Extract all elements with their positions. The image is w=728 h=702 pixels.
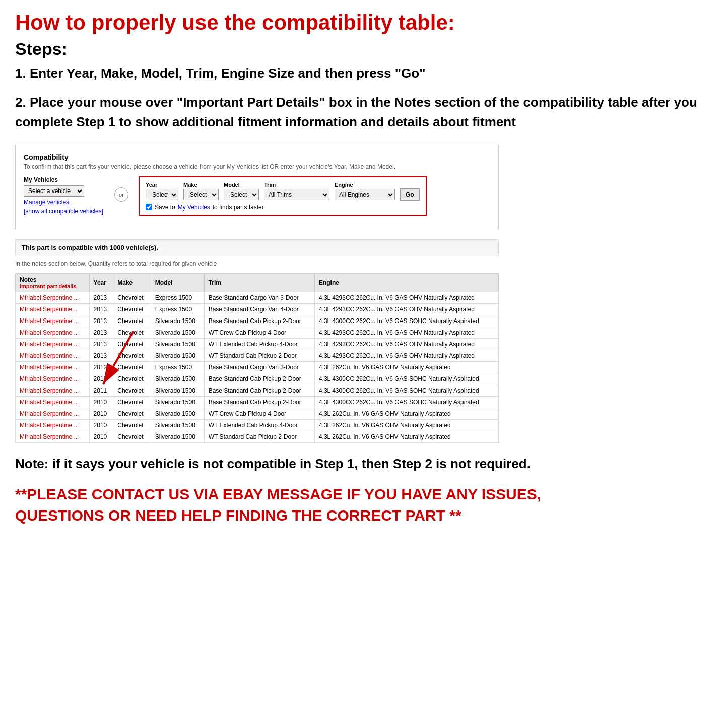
make-cell: Chevrolet: [113, 327, 151, 338]
save-suffix: to finds parts faster: [213, 204, 264, 211]
col-header-model: Model: [151, 273, 204, 292]
manage-vehicles-link[interactable]: Manage vehicles: [24, 199, 104, 206]
engine-cell: 4.3L 4293CC 262Cu. In. V6 GAS OHV Natura…: [314, 292, 498, 303]
compatibility-title: Compatibility: [24, 153, 490, 161]
table-row: Mfrlabel:Serpentine ...2010ChevroletSilv…: [16, 396, 499, 408]
trim-cell: WT Crew Cab Pickup 4-Door: [204, 408, 314, 419]
make-cell: Chevrolet: [113, 350, 151, 361]
trim-cell: WT Standard Cab Pickup 2-Door: [204, 431, 314, 442]
model-cell: Silverado 1500: [151, 396, 204, 408]
engine-cell: 4.3L 262Cu. In. V6 GAS OHV Naturally Asp…: [314, 361, 498, 373]
compatibility-section: Compatibility To confirm that this part …: [15, 145, 499, 229]
notes-cell: Mfrlabel:Serpentine ...: [16, 338, 90, 350]
trim-select[interactable]: All Trims: [264, 189, 329, 200]
engine-cell: 4.3L 4300CC 262Cu. In. V6 GAS SOHC Natur…: [314, 315, 498, 327]
trim-label: Trim: [264, 182, 329, 188]
note-text: Note: if it says your vehicle is not com…: [15, 454, 569, 474]
model-select[interactable]: -Select-: [224, 189, 259, 200]
col-header-make: Make: [113, 273, 151, 292]
trim-cell: Base Standard Cargo Van 3-Door: [204, 292, 314, 303]
year-label: Year: [146, 182, 178, 188]
notes-cell: Mfrlabel:Serpentine ...: [16, 327, 90, 338]
model-cell: Silverado 1500: [151, 419, 204, 431]
trim-cell: Base Standard Cargo Van 3-Door: [204, 361, 314, 373]
make-field: Make -Select-: [183, 182, 219, 200]
trim-cell: Base Standard Cargo Van 4-Door: [204, 303, 314, 315]
notes-cell: Mfrlabel:Serpentine ...: [16, 315, 90, 327]
notes-cell: Mfrlabel:Serpentine ...: [16, 385, 90, 396]
make-cell: Chevrolet: [113, 303, 151, 315]
make-cell: Chevrolet: [113, 361, 151, 373]
compatible-banner: This part is compatible with 1000 vehicl…: [15, 239, 499, 256]
model-cell: Silverado 1500: [151, 431, 204, 442]
trim-cell: Base Standard Cab Pickup 2-Door: [204, 315, 314, 327]
year-cell: 2010: [89, 419, 113, 431]
year-field: Year -Select-: [146, 182, 178, 200]
year-cell: 2010: [89, 408, 113, 419]
engine-field: Engine All Engines: [335, 182, 395, 200]
col-header-engine: Engine: [314, 273, 498, 292]
col-header-year: Year: [89, 273, 113, 292]
engine-cell: 4.3L 4300CC 262Cu. In. V6 GAS SOHC Natur…: [314, 385, 498, 396]
table-row: Mfrlabel:Serpentine ...2010ChevroletSilv…: [16, 431, 499, 442]
model-field: Model -Select-: [224, 182, 259, 200]
notes-cell: Mfrlabel:Serpentine ...: [16, 361, 90, 373]
model-cell: Silverado 1500: [151, 373, 204, 385]
table-row: Mfrlabel:Serpentine ...2013ChevroletSilv…: [16, 350, 499, 361]
engine-select[interactable]: All Engines: [335, 189, 395, 200]
table-row: Mfrlabel:Serpentine ...2012ChevroletSilv…: [16, 373, 499, 385]
my-vehicles-section: My Vehicles Select a vehicle Manage vehi…: [24, 176, 104, 215]
year-select[interactable]: -Select-: [146, 189, 178, 200]
quantity-note: In the notes section below, Quantity ref…: [15, 260, 713, 267]
my-vehicles-link[interactable]: My Vehicles: [178, 204, 210, 211]
year-cell: 2013: [89, 303, 113, 315]
important-part-details-label: Important part details: [20, 283, 85, 289]
make-cell: Chevrolet: [113, 292, 151, 303]
vehicle-select-wrapper: Select a vehicle: [24, 185, 104, 197]
steps-heading: Steps:: [15, 39, 713, 59]
table-row: Mfrlabel:Serpentine ...2010ChevroletSilv…: [16, 419, 499, 431]
make-label: Make: [183, 182, 219, 188]
notes-cell: Mfrlabel:Serpentine ...: [16, 408, 90, 419]
save-text: Save to: [155, 204, 175, 211]
notes-cell: Mfrlabel:Serpentine...: [16, 303, 90, 315]
year-cell: 2012: [89, 373, 113, 385]
model-cell: Silverado 1500: [151, 338, 204, 350]
model-cell: Express 1500: [151, 292, 204, 303]
year-cell: 2012: [89, 361, 113, 373]
notes-cell: Mfrlabel:Serpentine ...: [16, 292, 90, 303]
table-row: Mfrlabel:Serpentine ...2013ChevroletExpr…: [16, 292, 499, 303]
engine-cell: 4.3L 262Cu. In. V6 GAS OHV Naturally Asp…: [314, 408, 498, 419]
trim-cell: WT Extended Cab Pickup 4-Door: [204, 338, 314, 350]
notes-cell: Mfrlabel:Serpentine ...: [16, 350, 90, 361]
step1-text: 1. Enter Year, Make, Model, Trim, Engine…: [15, 64, 713, 82]
or-divider: or: [114, 187, 128, 202]
notes-cell: Mfrlabel:Serpentine ...: [16, 373, 90, 385]
show-all-link[interactable]: [show all compatible vehicles]: [24, 208, 104, 215]
engine-cell: 4.3L 4293CC 262Cu. In. V6 GAS OHV Natura…: [314, 327, 498, 338]
model-cell: Express 1500: [151, 361, 204, 373]
trim-cell: WT Crew Cab Pickup 4-Door: [204, 327, 314, 338]
go-button[interactable]: Go: [400, 188, 420, 201]
table-row: Mfrlabel:Serpentine ...2010ChevroletSilv…: [16, 408, 499, 419]
table-row: Mfrlabel:Serpentine...2013ChevroletExpre…: [16, 303, 499, 315]
vehicle-select[interactable]: Select a vehicle: [24, 185, 84, 197]
save-checkbox[interactable]: [146, 204, 152, 210]
engine-cell: 4.3L 262Cu. In. V6 GAS OHV Naturally Asp…: [314, 419, 498, 431]
main-title: How to properly use the compatibility ta…: [15, 10, 713, 35]
year-make-model-section: Year -Select- Make -Select- Model: [139, 176, 427, 216]
make-select[interactable]: -Select-: [183, 189, 219, 200]
my-vehicles-label: My Vehicles: [24, 176, 104, 183]
engine-cell: 4.3L 4300CC 262Cu. In. V6 GAS SOHC Natur…: [314, 373, 498, 385]
model-cell: Express 1500: [151, 303, 204, 315]
engine-cell: 4.3L 4293CC 262Cu. In. V6 GAS OHV Natura…: [314, 338, 498, 350]
make-cell: Chevrolet: [113, 385, 151, 396]
table-row: Mfrlabel:Serpentine ...2011ChevroletSilv…: [16, 385, 499, 396]
compatibility-table: Notes Important part details Year Make M…: [15, 273, 499, 443]
save-checkbox-row: Save to My Vehicles to finds parts faste…: [146, 204, 420, 211]
make-cell: Chevrolet: [113, 315, 151, 327]
make-cell: Chevrolet: [113, 419, 151, 431]
engine-label: Engine: [335, 182, 395, 188]
year-cell: 2011: [89, 385, 113, 396]
col-header-trim: Trim: [204, 273, 314, 292]
